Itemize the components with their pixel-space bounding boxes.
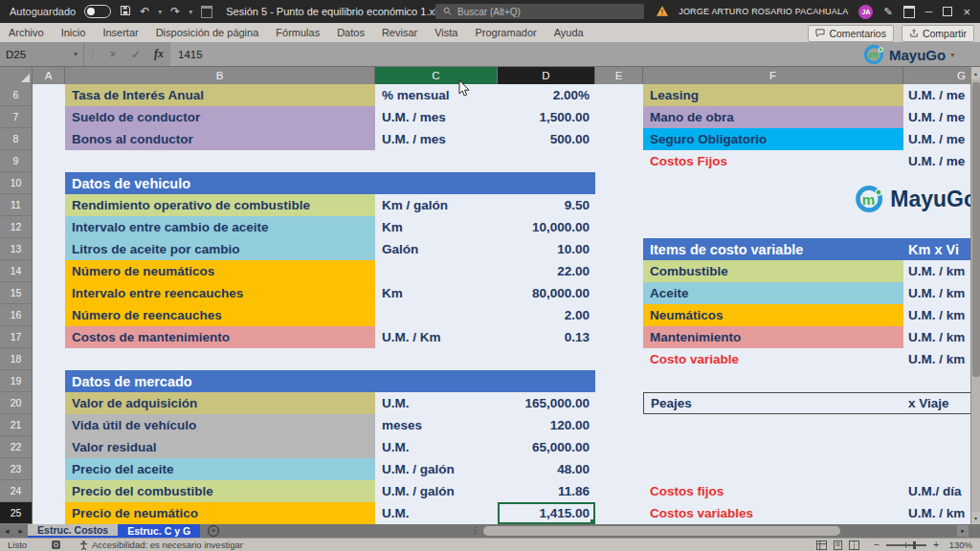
formula-bar-handle-icon[interactable]: ⋮ [84, 49, 101, 59]
cell-E7[interactable] [595, 106, 643, 128]
cell-A25[interactable] [33, 502, 65, 524]
column-header-c[interactable]: C [375, 67, 498, 84]
page-layout-view-icon[interactable] [833, 540, 843, 550]
cell-B22[interactable]: Valor residual [65, 436, 375, 458]
cell-B18[interactable] [65, 348, 375, 370]
cell-A19[interactable] [33, 370, 65, 392]
sheet-tab-estruc-costos[interactable]: Estruc. Costos [28, 524, 118, 538]
cell-F6[interactable]: Leasing [643, 84, 903, 106]
column-header-d[interactable]: D [498, 67, 595, 84]
cell-D14[interactable]: 22.00 [498, 260, 595, 282]
cell-F8[interactable]: Seguro Obligatorio [643, 128, 903, 150]
cell-D12[interactable]: 10,000.00 [498, 216, 595, 238]
cell-B8[interactable]: Bonos al conductor [65, 128, 375, 150]
cell-B21[interactable]: Vida útil de vehículo [65, 414, 375, 436]
row-header-6[interactable]: 6 [0, 84, 33, 106]
ribbon-tab-archivo[interactable]: Archivo [0, 23, 53, 42]
row-header-11[interactable]: 11 [0, 194, 33, 216]
scroll-down-icon[interactable]: ▾ [971, 512, 980, 524]
cell-E21[interactable] [595, 414, 643, 436]
page-break-view-icon[interactable] [849, 540, 859, 550]
cell-A6[interactable] [33, 84, 65, 106]
cell-F23[interactable] [643, 458, 903, 480]
column-header-g[interactable]: G [903, 67, 980, 84]
cell-F20[interactable]: Peajes [643, 392, 903, 414]
cell-D7[interactable]: 1,500.00 [498, 106, 595, 128]
cell-F14[interactable]: Combustible [643, 260, 903, 282]
cell-A13[interactable] [33, 238, 65, 260]
cell-G16[interactable]: U.M. / km [903, 304, 980, 326]
undo-caret-icon[interactable]: ▾ [158, 8, 162, 16]
cell-B25[interactable]: Precio de neumático [65, 502, 375, 524]
ribbon-tab-programador[interactable]: Programador [466, 23, 545, 42]
accessibility-status[interactable]: Accesibilidad: es necesario investigar [79, 540, 243, 550]
cell-F17[interactable]: Mantenimiento [643, 326, 903, 348]
cell-D20[interactable]: 165,000.00 [498, 392, 595, 414]
new-sheet-button[interactable]: + [200, 524, 227, 538]
comments-button[interactable]: Comentarios [808, 25, 894, 42]
cell-G24[interactable]: U.M./ día [903, 480, 980, 502]
cell-G17[interactable]: U.M. / km [903, 326, 980, 348]
warning-icon[interactable] [657, 6, 668, 18]
formula-input[interactable]: 1415 [170, 42, 980, 66]
ribbon-tab-revisar[interactable]: Revisar [373, 23, 426, 42]
pencil-icon[interactable]: ✎ [883, 7, 892, 17]
vertical-scroll-thumb[interactable] [972, 82, 980, 377]
share-button[interactable]: Compartir [902, 25, 974, 42]
cell-D13[interactable]: 10.00 [498, 238, 595, 260]
cell-C20[interactable]: U.M. [375, 392, 498, 414]
cell-A12[interactable] [33, 216, 65, 238]
cell-F13[interactable]: Items de costo variable [643, 238, 903, 260]
cell-E18[interactable] [595, 348, 643, 370]
normal-view-icon[interactable] [816, 540, 827, 550]
cell-G19[interactable] [903, 370, 980, 392]
cell-B17[interactable]: Costos de mantenimiento [65, 326, 375, 348]
cell-E25[interactable] [595, 502, 643, 524]
sheet-tab-estruc-cyg[interactable]: Estruc. C y G [118, 524, 200, 538]
cell-F25[interactable]: Costos variables [643, 502, 903, 524]
row-header-14[interactable]: 14 [0, 260, 33, 282]
scroll-right-icon[interactable]: ▸ [957, 525, 969, 537]
cell-B20[interactable]: Valor de adquisición [65, 392, 375, 414]
cell-C7[interactable]: U.M. / mes [375, 106, 498, 128]
cancel-entry-icon[interactable]: × [101, 48, 124, 61]
cell-G23[interactable] [903, 458, 980, 480]
column-header-e[interactable]: E [595, 67, 643, 84]
tab-scroll-handle-icon[interactable]: ⋮ [471, 525, 479, 535]
row-header-21[interactable]: 21 [0, 414, 33, 436]
cell-F16[interactable]: Neumáticos [643, 304, 903, 326]
cell-C9[interactable] [375, 150, 498, 172]
cell-A17[interactable] [33, 326, 65, 348]
cell-E19[interactable] [595, 370, 643, 392]
cell-F15[interactable]: Aceite [643, 282, 903, 304]
minimize-button[interactable]: ─ [925, 7, 933, 17]
cell-E17[interactable] [595, 326, 643, 348]
row-header-16[interactable]: 16 [0, 304, 33, 326]
cell-C23[interactable]: U.M. / galón [375, 458, 498, 480]
cell-D18[interactable] [498, 348, 595, 370]
cell-B14[interactable]: Número de neumáticos [65, 260, 375, 282]
prev-sheet-icon[interactable]: ◂ [0, 524, 14, 538]
cell-B23[interactable]: Precio del aceite [65, 458, 375, 480]
cell-D16[interactable]: 2.00 [498, 304, 595, 326]
brand-caret-icon[interactable]: ▾ [950, 51, 954, 59]
cell-G14[interactable]: U.M. / km [903, 260, 980, 282]
cell-B12[interactable]: Intervalo entre cambio de aceite [65, 216, 375, 238]
cell-A8[interactable] [33, 128, 65, 150]
autosave-toggle[interactable] [84, 5, 111, 18]
cell-G8[interactable]: U.M. / me [903, 128, 980, 150]
cell-G25[interactable]: U.M. / km [903, 502, 980, 524]
cell-G21[interactable] [903, 414, 980, 436]
cell-G6[interactable]: U.M. / me [903, 84, 980, 106]
section-header-B19[interactable]: Datos de mercado [65, 370, 595, 392]
zoom-out-icon[interactable]: − [874, 540, 880, 550]
undo-icon[interactable]: ↶ [140, 6, 149, 17]
cell-D24[interactable]: 11.86 [498, 480, 595, 502]
confirm-entry-icon[interactable]: ✓ [124, 48, 147, 61]
cell-B15[interactable]: Intervalo entre reencauches [65, 282, 375, 304]
redo-caret-icon[interactable]: ▾ [189, 8, 192, 16]
cell-C16[interactable] [375, 304, 498, 326]
cell-D22[interactable]: 65,000.00 [498, 436, 595, 458]
cell-D6[interactable]: 2.00% [498, 84, 595, 106]
close-button[interactable]: × [963, 6, 970, 18]
